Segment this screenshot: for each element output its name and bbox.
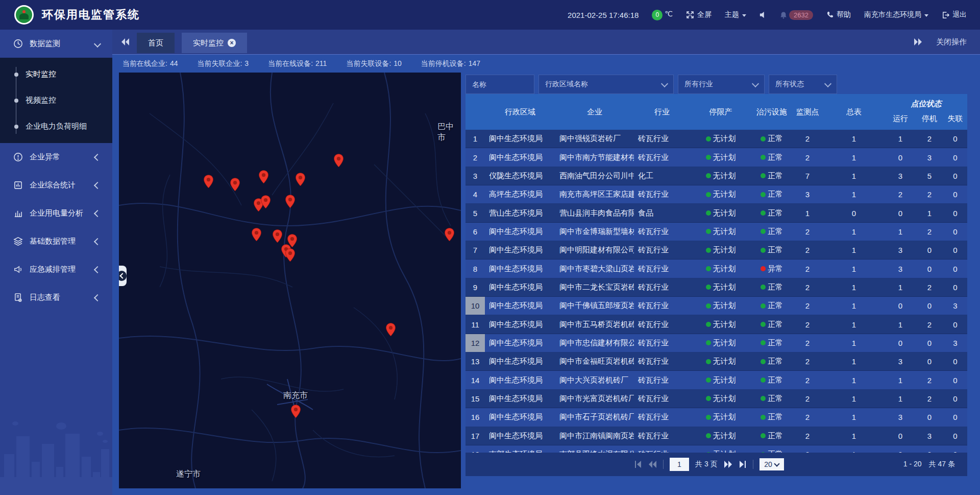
col-index xyxy=(465,94,485,130)
map-pin[interactable] xyxy=(445,228,454,244)
notifications[interactable]: 2632 xyxy=(780,10,813,20)
cell-run: 3 xyxy=(885,265,916,273)
exit-icon xyxy=(942,11,949,19)
next-page-icon[interactable] xyxy=(724,461,732,468)
sidebar-item[interactable]: 企业综合统计 xyxy=(0,171,112,199)
table-row[interactable]: 17 阆中生态环境局 阆中市江南镇阆南页岩 砖瓦行业 无计划 正常 2 1 0 … xyxy=(465,427,967,445)
status-stat: 当前在线设备:211 xyxy=(268,59,327,68)
table-row[interactable]: 6 阆中生态环境局 阆中市金博瑞新型墙材 砖瓦行业 无计划 正常 2 1 1 2… xyxy=(465,223,967,241)
chevron-left-icon xyxy=(94,238,101,245)
map-pin[interactable] xyxy=(285,195,295,210)
table-row[interactable]: 3 仪陇生态环境局 西南油气田分公司川中 化工 无计划 正常 7 1 3 5 0 xyxy=(465,167,967,185)
sidebar-item[interactable]: 数据监测 xyxy=(0,30,112,58)
table-row[interactable]: 4 高坪生态环境局 南充市高坪区王家店建 砖瓦行业 无计划 正常 3 1 2 2… xyxy=(465,185,967,204)
cell-run: 2 xyxy=(885,190,916,199)
page-number-input[interactable] xyxy=(670,458,689,471)
cell-facility-status: 正常 xyxy=(751,357,792,366)
sidebar-subitem[interactable]: 企业电力负荷明细 xyxy=(0,113,112,139)
sidebar-item[interactable]: 基础数据管理 xyxy=(0,227,112,255)
map-pin[interactable] xyxy=(273,229,282,245)
datetime: 2021-02-25 17:46:18 xyxy=(568,11,639,19)
cell-run: 3 xyxy=(885,246,916,254)
table-row[interactable]: 7 阆中生态环境局 阆中明阳建材有限公司 砖瓦行业 无计划 正常 2 1 3 0… xyxy=(465,241,967,260)
map-pin[interactable] xyxy=(259,170,268,186)
table-row[interactable]: 2 阆中生态环境局 阆中市南方节能建材有 砖瓦行业 无计划 正常 2 1 0 3… xyxy=(465,148,967,167)
cell-stop-status: 无计划 xyxy=(690,190,751,199)
cell-meter: 1 xyxy=(823,432,885,440)
map-pin[interactable] xyxy=(296,173,305,188)
org-dropdown[interactable]: 南充市生态环境局 xyxy=(864,10,928,19)
table-row[interactable]: 8 阆中生态环境局 阆中市枣碧大梁山页岩 砖瓦行业 无计划 异常 2 1 3 0… xyxy=(465,260,967,278)
table-row[interactable]: 10 阆中生态环境局 阆中千佛镇五郎垭页岩 砖瓦行业 无计划 正常 2 1 0 … xyxy=(465,297,967,315)
cell-halt: 2 xyxy=(916,320,943,329)
prev-page-icon[interactable] xyxy=(648,461,657,468)
map-pin[interactable] xyxy=(334,154,344,170)
table-row[interactable]: 18 南部生态环境局 南部县双峰水泥有限公 砖瓦行业 无计划 正常 2 1 0 … xyxy=(465,445,967,453)
enterprise-table-panel: 行政区域名称 所有行业 所有状态 行政区域 企业 行业 停限产 治污设施 监测点… xyxy=(465,55,967,495)
table-row[interactable]: 5 营山生态环境局 营山县润丰肉食品有限 食品 无计划 正常 1 0 0 1 0 xyxy=(465,204,967,222)
sidebar-subitem[interactable]: 实时监控 xyxy=(0,61,112,87)
cell-lost: 0 xyxy=(943,283,967,292)
cell-lost: 0 xyxy=(943,320,967,329)
top-header: 环保用电监管系统 2021-02-25 17:46:18 0 ℃ 全屏 主题 2… xyxy=(0,0,980,30)
chevron-left-icon xyxy=(94,181,101,188)
table-row[interactable]: 11 阆中生态环境局 阆中市五马桥页岩机砖 砖瓦行业 无计划 正常 2 1 1 … xyxy=(465,315,967,334)
fullscreen-button[interactable]: 全屏 xyxy=(686,10,712,19)
cell-run: 0 xyxy=(885,153,916,162)
table-row[interactable]: 14 阆中生态环境局 阆中大兴页岩机砖厂 砖瓦行业 无计划 正常 2 1 1 2… xyxy=(465,371,967,389)
close-operations-button[interactable]: 关闭操作 xyxy=(936,37,967,47)
sidebar-item[interactable]: 企业异常 xyxy=(0,143,112,171)
cell-region: 阆中生态环境局 xyxy=(485,153,555,162)
table-row[interactable]: 12 阆中生态环境局 阆中市忠信建材有限公 砖瓦行业 无计划 正常 2 1 0 … xyxy=(465,334,967,352)
cell-halt: 1 xyxy=(916,209,943,218)
map-pin[interactable] xyxy=(291,405,301,420)
sidebar-item[interactable]: 应急减排管理 xyxy=(0,255,112,284)
map-pin[interactable] xyxy=(252,228,261,244)
help-button[interactable]: 帮助 xyxy=(826,10,851,19)
cell-meter: 1 xyxy=(823,190,885,199)
chevron-down-icon xyxy=(94,40,101,47)
tab-realtime-monitor[interactable]: 实时监控 × xyxy=(182,33,247,53)
page-size-select[interactable]: 20 xyxy=(760,458,784,470)
tabs-scroll-left-button[interactable] xyxy=(121,38,130,45)
tab-bar: 首页 实时监控 × 关闭操作 xyxy=(112,30,980,54)
map-pin[interactable] xyxy=(386,323,396,339)
region-filter-select[interactable]: 行政区域名称 xyxy=(538,75,674,94)
map-pin[interactable] xyxy=(285,248,295,264)
sidebar-subitem[interactable]: 视频监控 xyxy=(0,87,112,113)
map-pin[interactable] xyxy=(230,178,240,194)
cell-industry: 砖瓦行业 xyxy=(634,375,690,385)
cell-meter: 1 xyxy=(823,153,885,162)
cell-facility-status: 正常 xyxy=(751,301,792,311)
map-pin[interactable] xyxy=(204,175,213,191)
map-pin[interactable] xyxy=(261,195,271,211)
sidebar-item[interactable]: 企业用电量分析 xyxy=(0,199,112,227)
table-row[interactable]: 16 阆中生态环境局 阆中市石子页岩机砖厂 砖瓦行业 无计划 正常 2 1 3 … xyxy=(465,408,967,427)
cell-company: 南充市高坪区王家店建 xyxy=(555,190,634,199)
tab-home[interactable]: 首页 xyxy=(137,33,175,53)
cell-meter: 1 xyxy=(823,265,885,273)
first-page-icon[interactable] xyxy=(634,461,642,468)
map-collapse-handle[interactable] xyxy=(119,266,127,286)
last-page-icon[interactable] xyxy=(739,461,747,468)
theme-dropdown[interactable]: 主题 xyxy=(725,10,746,19)
cell-run: 3 xyxy=(885,413,916,421)
cell-index: 2 xyxy=(465,148,485,166)
tabs-scroll-right-button[interactable] xyxy=(914,38,922,45)
table-row[interactable]: 9 阆中生态环境局 阆中市二龙长宝页岩砖 砖瓦行业 无计划 正常 2 1 1 2… xyxy=(465,278,967,297)
map-panel[interactable]: 巴中市南充市遂宁市 xyxy=(119,73,461,488)
table-row[interactable]: 13 阆中生态环境局 阆中市金福旺页岩机砖 砖瓦行业 无计划 正常 2 1 3 … xyxy=(465,352,967,371)
cell-company: 阆中市江南镇阆南页岩 xyxy=(555,431,634,441)
table-row[interactable]: 15 阆中生态环境局 阆中市光富页岩机砖厂 砖瓦行业 无计划 正常 2 1 1 … xyxy=(465,390,967,408)
caret-down-icon xyxy=(742,14,746,17)
status-filter-select[interactable]: 所有状态 xyxy=(769,75,837,94)
green-dot-icon xyxy=(706,433,711,438)
mute-button[interactable] xyxy=(760,11,767,18)
logout-button[interactable]: 退出 xyxy=(942,10,967,19)
industry-filter-select[interactable]: 所有行业 xyxy=(678,75,765,94)
tab-close-icon[interactable]: × xyxy=(228,39,236,47)
table-row[interactable]: 1 阆中生态环境局 阆中强锐页岩砖厂 砖瓦行业 无计划 正常 2 1 1 2 0 xyxy=(465,130,967,148)
name-filter-input[interactable] xyxy=(465,75,534,94)
sidebar-item[interactable]: 日志查看 xyxy=(0,284,112,312)
cell-index: 11 xyxy=(465,315,485,333)
